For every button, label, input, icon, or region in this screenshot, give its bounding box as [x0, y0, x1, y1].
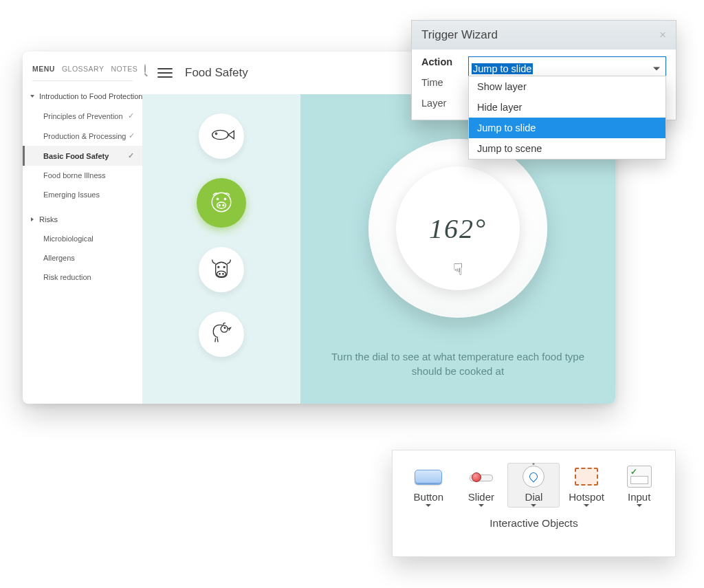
ribbon-dial[interactable]: Dial: [507, 463, 560, 508]
svg-point-9: [218, 266, 219, 268]
checkmark-icon: ✓: [128, 151, 134, 160]
nav-item-label: Production & Processing: [43, 132, 126, 140]
ribbon-slider[interactable]: Slider: [455, 463, 507, 508]
nav-item-principles[interactable]: Principles of Prevention ✓: [23, 106, 142, 126]
interactive-objects-ribbon: Button Slider Dial Hotspot Input Interac…: [392, 450, 676, 557]
chevron-down-icon: [637, 504, 642, 507]
nav-item-label: Emerging Issues: [43, 190, 100, 199]
chicken-icon: [208, 319, 235, 349]
ribbon-dial-label: Dial: [525, 491, 543, 503]
nav-section-risks[interactable]: Risks: [23, 210, 142, 229]
hotspot-icon: [575, 468, 598, 486]
button-icon: [415, 470, 442, 483]
ribbon-slider-label: Slider: [468, 491, 494, 503]
nav-item-micro[interactable]: Microbiological: [23, 229, 142, 248]
nav-item-basic-food-safety[interactable]: Basic Food Safety ✓: [23, 146, 142, 166]
chevron-down-icon: [531, 504, 536, 507]
action-option-jump-slide[interactable]: Jump to slide: [469, 118, 666, 138]
dial-value: 162°: [429, 213, 487, 245]
chevron-down-icon: [478, 504, 484, 507]
nav-item-label: Basic Food Safety: [43, 152, 109, 160]
hamburger-icon[interactable]: [157, 68, 173, 78]
ribbon-button-label: Button: [414, 491, 443, 503]
svg-point-12: [223, 274, 224, 275]
nav-item-production[interactable]: Production & Processing ✓: [23, 126, 142, 146]
chevron-down-icon: [653, 67, 660, 71]
hand-cursor-icon: ☟: [453, 260, 463, 279]
action-option-jump-scene[interactable]: Jump to scene: [469, 138, 666, 159]
nav-item-label: Risk reduction: [43, 273, 91, 281]
ribbon-input-label: Input: [628, 491, 650, 503]
input-icon: [627, 466, 652, 488]
ribbon-input[interactable]: Input: [613, 463, 666, 508]
action-dropdown: Show layer Hide layer Jump to slide Jump…: [468, 76, 666, 160]
nav-item-foodborne[interactable]: Food borne Illness: [23, 166, 142, 185]
svg-point-3: [217, 202, 226, 208]
chevron-down-icon: [584, 504, 589, 507]
chevron-down-icon: [426, 504, 431, 507]
svg-point-14: [224, 327, 226, 329]
svg-point-8: [217, 271, 226, 276]
tab-menu[interactable]: MENU: [32, 65, 55, 73]
svg-point-13: [221, 325, 228, 332]
dial-control[interactable]: 162° ☟: [396, 166, 520, 290]
wizard-label-layer: Layer: [421, 98, 457, 109]
nav-item-label: Principles of Prevention: [43, 112, 123, 120]
nav-item-emerging[interactable]: Emerging Issues: [23, 185, 142, 204]
cow-icon: [208, 254, 235, 285]
wizard-label-time: Time: [421, 77, 457, 88]
action-option-show-layer[interactable]: Show layer: [469, 76, 666, 97]
ribbon-button[interactable]: Button: [402, 463, 454, 508]
option-cow[interactable]: [199, 247, 244, 292]
nav-item-label: Microbiological: [43, 235, 94, 243]
action-option-hide-layer[interactable]: Hide layer: [469, 97, 666, 118]
action-select-value: Jump to slide: [472, 63, 533, 74]
nav-item-label: Allergens: [43, 254, 75, 262]
svg-point-7: [224, 198, 226, 199]
ribbon-hotspot[interactable]: Hotspot: [560, 463, 613, 508]
close-icon[interactable]: ×: [659, 28, 666, 42]
svg-point-10: [223, 266, 225, 268]
slider-icon: [468, 472, 495, 481]
nav-item-risk-reduction[interactable]: Risk reduction: [23, 268, 142, 287]
page-title: Food Safety: [185, 66, 248, 80]
wizard-label-action: Action: [421, 56, 457, 67]
checkmark-icon: ✓: [128, 111, 134, 120]
nav-item-allergens[interactable]: Allergens: [23, 248, 142, 268]
tab-notes[interactable]: NOTES: [111, 65, 138, 73]
ribbon-caption: Interactive Objects: [402, 517, 666, 530]
svg-point-4: [219, 205, 220, 206]
svg-point-11: [219, 274, 221, 275]
dial-outer: 162° ☟: [368, 139, 547, 318]
checkmark-icon: ✓: [129, 131, 135, 140]
option-chicken[interactable]: [199, 312, 244, 357]
ribbon-hotspot-label: Hotspot: [569, 491, 604, 503]
wizard-title: Trigger Wizard: [421, 28, 498, 42]
svg-point-0: [212, 130, 228, 139]
wizard-title-bar: Trigger Wizard ×: [412, 21, 676, 50]
nav-section-intro[interactable]: Introduction to Food Protection: [23, 87, 142, 106]
option-pig[interactable]: [197, 178, 246, 228]
fish-icon: [208, 121, 235, 151]
stage-option-column: [142, 94, 300, 404]
trigger-wizard: Trigger Wizard × Action Time Layer Jump …: [411, 20, 676, 120]
svg-point-1: [215, 133, 217, 134]
pig-icon: [206, 186, 236, 219]
svg-point-5: [223, 205, 224, 206]
svg-point-6: [217, 198, 218, 199]
dial-icon: [522, 466, 544, 488]
nav-item-label: Food borne Illness: [43, 171, 106, 179]
dial-caption: Turn the dial to see at what temperature…: [300, 349, 615, 380]
course-sidebar: MENU GLOSSARY NOTES Introduction to Food…: [23, 52, 142, 404]
option-fish[interactable]: [199, 113, 244, 159]
tab-glossary[interactable]: GLOSSARY: [62, 65, 104, 73]
